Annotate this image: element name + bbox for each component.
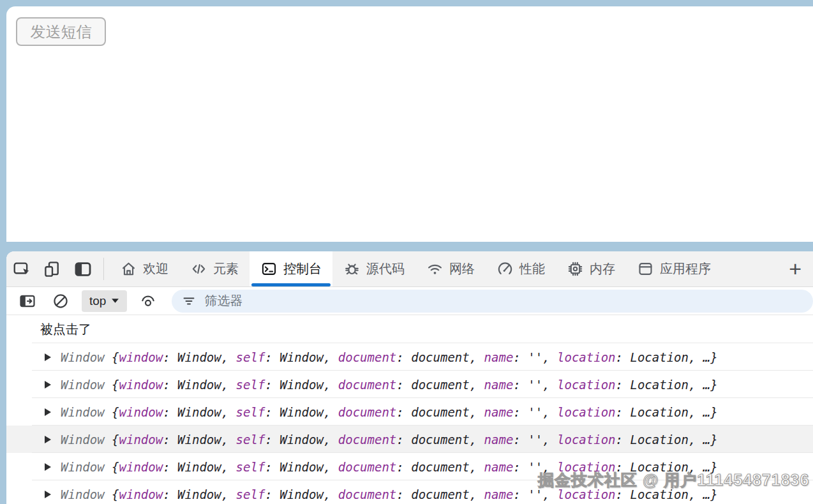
console-sidebar-button[interactable]	[13, 292, 42, 310]
tab-label: 控制台	[283, 260, 322, 278]
tab-label: 网络	[449, 260, 475, 278]
context-selector[interactable]: top	[82, 290, 127, 312]
live-expression-button[interactable]	[133, 292, 163, 310]
console-log-message: 被点击了	[6, 315, 813, 343]
browser-frame: 发送短信	[0, 0, 813, 504]
console-toolbar: top 筛选器	[6, 286, 813, 315]
clear-console-icon	[52, 292, 70, 310]
console-object-row: Window {window: Window, self: Window, do…	[6, 371, 813, 398]
inspect-element-button[interactable]	[6, 251, 37, 286]
bug-icon	[343, 260, 361, 278]
device-emulation-icon	[43, 260, 62, 279]
tabbar-divider	[103, 258, 104, 280]
performance-icon	[496, 260, 514, 278]
devtools-tabbar: 欢迎 元素 控制台	[6, 251, 813, 286]
tab-label: 欢迎	[143, 260, 168, 278]
more-tabs-button[interactable]: +	[777, 251, 813, 286]
tab-label: 性能	[519, 260, 545, 278]
console-object-row: Window {window: Window, self: Window, do…	[6, 426, 813, 453]
log-text: 被点击了	[40, 321, 91, 338]
tab-performance[interactable]: 性能	[486, 251, 556, 286]
network-icon	[426, 260, 444, 278]
console-object-row: Window {window: Window, self: Window, do…	[6, 453, 813, 480]
tab-label: 内存	[590, 260, 615, 278]
tab-label: 元素	[213, 260, 239, 278]
tab-network[interactable]: 网络	[415, 251, 486, 286]
tab-sources[interactable]: 源代码	[332, 251, 415, 286]
console-output: 被点击了 Window {window: Window, self: Windo…	[6, 315, 813, 504]
tab-welcome[interactable]: 欢迎	[109, 251, 179, 286]
filter-icon	[181, 293, 197, 309]
console-sidebar-icon	[19, 292, 36, 310]
expand-triangle-icon[interactable]	[45, 463, 51, 471]
dock-side-icon	[73, 260, 93, 279]
console-object-row: Window {window: Window, self: Window, do…	[6, 480, 813, 504]
object-preview[interactable]: Window {window: Window, self: Window, do…	[61, 405, 718, 419]
object-preview[interactable]: Window {window: Window, self: Window, do…	[61, 378, 718, 392]
expand-triangle-icon[interactable]	[45, 491, 51, 498]
console-icon	[260, 260, 278, 278]
object-preview[interactable]: Window {window: Window, self: Window, do…	[61, 433, 718, 447]
device-emulation-button[interactable]	[37, 251, 68, 286]
chevron-down-icon	[111, 298, 119, 304]
send-sms-button[interactable]: 发送短信	[16, 17, 106, 46]
tab-label: 源代码	[366, 260, 405, 278]
console-filter-input[interactable]: 筛选器	[172, 290, 813, 313]
tab-label: 应用程序	[660, 260, 711, 278]
expand-triangle-icon[interactable]	[45, 353, 51, 361]
console-rows: Window {window: Window, self: Window, do…	[6, 343, 813, 504]
inspect-icon	[12, 260, 31, 279]
tab-memory[interactable]: 内存	[556, 251, 626, 286]
page-viewport: 发送短信	[6, 6, 813, 242]
object-preview[interactable]: Window {window: Window, self: Window, do…	[61, 487, 718, 501]
context-selector-value: top	[89, 294, 106, 308]
clear-console-button[interactable]	[46, 292, 75, 310]
eye-icon	[139, 292, 157, 310]
dock-side-button[interactable]	[68, 251, 98, 286]
tab-application[interactable]: 应用程序	[626, 251, 722, 286]
console-object-row: Window {window: Window, self: Window, do…	[6, 343, 813, 371]
home-icon	[120, 260, 137, 278]
memory-icon	[567, 260, 584, 278]
object-preview[interactable]: Window {window: Window, self: Window, do…	[61, 350, 718, 364]
object-preview[interactable]: Window {window: Window, self: Window, do…	[61, 460, 718, 474]
expand-triangle-icon[interactable]	[45, 408, 51, 416]
console-object-row: Window {window: Window, self: Window, do…	[6, 398, 813, 426]
expand-triangle-icon[interactable]	[45, 381, 51, 389]
application-icon	[637, 260, 654, 278]
devtools-panel: 欢迎 元素 控制台	[6, 251, 813, 504]
expand-triangle-icon[interactable]	[45, 436, 51, 443]
elements-icon	[190, 260, 207, 278]
tab-elements[interactable]: 元素	[179, 251, 250, 286]
tab-console[interactable]: 控制台	[250, 251, 332, 286]
filter-placeholder: 筛选器	[204, 292, 242, 309]
